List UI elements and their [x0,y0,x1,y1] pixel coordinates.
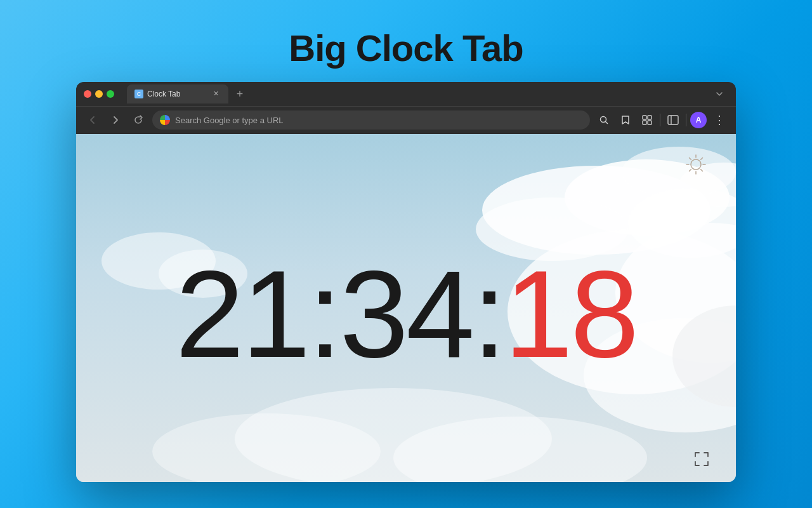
chevron-down-icon[interactable] [710,85,728,103]
menu-button[interactable]: ⋮ [710,111,728,129]
toolbar-divider [660,114,660,126]
clock-hours: 21 [175,252,308,376]
back-button[interactable] [84,111,102,129]
clock-seconds: 18 [504,252,637,376]
clock-separator-1: : [308,252,339,376]
tab-favicon: C [134,90,143,98]
svg-line-29 [701,169,703,171]
tab-close-button[interactable]: ✕ [211,89,221,99]
clock-minutes: 34 [340,252,473,376]
address-text: Search Google or type a URL [175,116,582,125]
address-bar[interactable]: Search Google or type a URL [152,110,590,130]
svg-line-28 [690,157,691,159]
svg-point-23 [691,159,701,170]
tab-bar: C Clock Tab ✕ + [127,84,705,104]
sun-icon[interactable] [684,153,707,176]
clock-content: 21 : 34 : 18 [76,134,736,482]
google-icon [160,115,170,125]
reload-button[interactable] [129,111,147,129]
toolbar-actions: A ⋮ [595,111,728,129]
sky-background: 21 : 34 : 18 [76,134,736,482]
active-tab[interactable]: C Clock Tab ✕ [127,84,228,104]
forward-button[interactable] [107,111,124,129]
svg-line-31 [690,169,691,171]
svg-rect-1 [643,116,646,119]
search-icon[interactable] [595,111,613,129]
svg-rect-3 [643,121,646,124]
sidebar-icon[interactable] [664,111,682,129]
svg-rect-4 [648,121,652,124]
svg-line-30 [701,157,703,159]
chrome-toolbar: Search Google or type a URL [76,106,736,134]
chrome-titlebar: C Clock Tab ✕ + [76,82,736,106]
bookmark-icon[interactable] [617,111,634,129]
browser-window: C Clock Tab ✕ + [76,82,736,482]
tab-title-label: Clock Tab [147,90,207,98]
profile-avatar[interactable]: A [690,112,707,128]
fullscreen-button[interactable] [693,450,710,469]
traffic-lights [84,90,114,98]
maximize-button[interactable] [107,90,114,98]
page-title: Big Clock Tab [289,27,523,69]
minimize-button[interactable] [95,90,103,98]
svg-rect-5 [668,116,678,124]
toolbar-divider-2 [686,114,686,126]
new-tab-button[interactable]: + [231,86,249,104]
clock-display: 21 : 34 : 18 [175,252,636,376]
extensions-icon[interactable] [638,111,656,129]
close-button[interactable] [84,90,91,98]
svg-rect-2 [648,116,652,119]
clock-separator-2: : [472,252,504,376]
